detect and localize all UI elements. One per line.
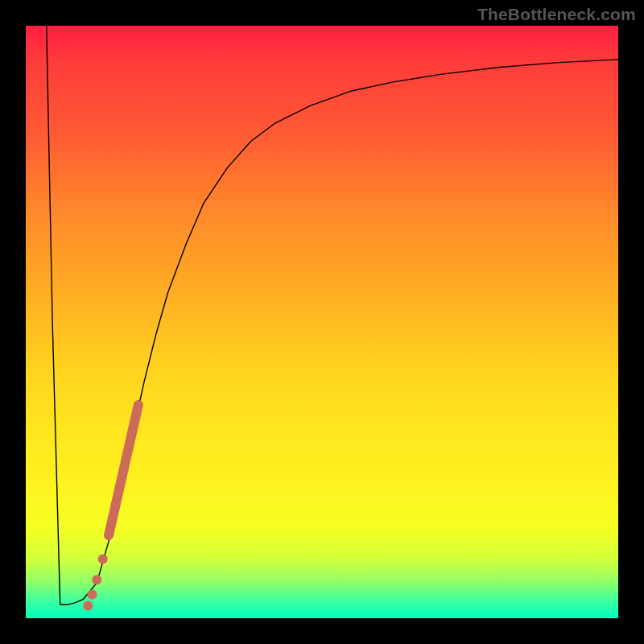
svg-point-3	[83, 601, 93, 611]
svg-point-1	[92, 575, 101, 584]
plot-area	[26, 26, 618, 618]
svg-point-2	[87, 590, 97, 600]
chart-svg	[26, 26, 618, 618]
chart-frame: TheBottleneck.com	[0, 0, 644, 644]
svg-point-0	[98, 554, 108, 564]
watermark-text: TheBottleneck.com	[477, 5, 636, 24]
